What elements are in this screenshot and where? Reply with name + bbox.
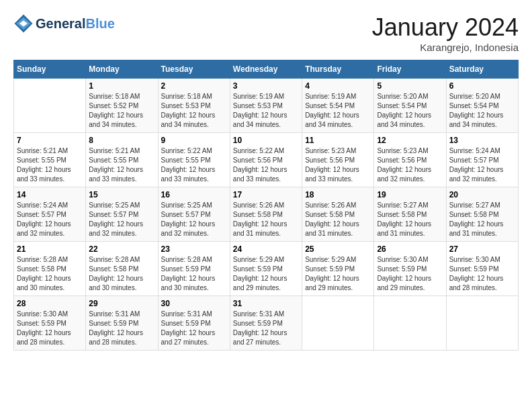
day-info: Sunrise: 5:30 AM Sunset: 5:59 PM Dayligh… [17,310,83,347]
weekday-header-monday: Monday [86,60,158,79]
day-cell: 15Sunrise: 5:25 AM Sunset: 5:57 PM Dayli… [86,187,158,242]
day-cell: 9Sunrise: 5:22 AM Sunset: 5:55 PM Daylig… [158,133,230,187]
weekday-header-row: SundayMondayTuesdayWednesdayThursdayFrid… [14,60,519,79]
weekday-header-saturday: Saturday [446,60,518,79]
day-cell: 13Sunrise: 5:24 AM Sunset: 5:57 PM Dayli… [446,133,518,187]
day-number: 4 [305,81,371,91]
day-cell: 21Sunrise: 5:28 AM Sunset: 5:58 PM Dayli… [14,242,86,296]
month-title: January 2024 [372,13,519,42]
day-cell: 6Sunrise: 5:20 AM Sunset: 5:54 PM Daylig… [446,79,518,133]
day-info: Sunrise: 5:25 AM Sunset: 5:57 PM Dayligh… [161,201,227,238]
day-info: Sunrise: 5:19 AM Sunset: 5:53 PM Dayligh… [233,92,299,130]
weekday-header-sunday: Sunday [14,60,86,79]
day-info: Sunrise: 5:25 AM Sunset: 5:57 PM Dayligh… [89,201,154,238]
day-cell: 17Sunrise: 5:26 AM Sunset: 5:58 PM Dayli… [230,187,302,242]
day-number: 22 [89,244,154,254]
day-info: Sunrise: 5:22 AM Sunset: 5:56 PM Dayligh… [233,146,299,184]
logo-text-block: GeneralBlue [36,16,115,31]
day-number: 28 [17,299,83,308]
day-number: 20 [449,190,515,199]
day-cell [14,79,86,133]
day-info: Sunrise: 5:24 AM Sunset: 5:57 PM Dayligh… [17,201,83,238]
day-cell [374,296,446,351]
day-cell: 3Sunrise: 5:19 AM Sunset: 5:53 PM Daylig… [230,79,302,133]
day-cell: 26Sunrise: 5:30 AM Sunset: 5:59 PM Dayli… [374,242,446,296]
day-number: 31 [233,299,299,308]
day-cell: 4Sunrise: 5:19 AM Sunset: 5:54 PM Daylig… [302,79,374,133]
day-number: 7 [17,136,83,145]
logo-icon [13,13,34,34]
day-number: 26 [377,244,443,254]
location: Karangrejo, Indonesia [372,42,519,53]
day-number: 30 [161,299,227,308]
day-number: 27 [449,244,515,254]
day-cell: 5Sunrise: 5:20 AM Sunset: 5:54 PM Daylig… [374,79,446,133]
day-number: 21 [17,244,83,254]
day-info: Sunrise: 5:20 AM Sunset: 5:54 PM Dayligh… [377,92,443,130]
day-number: 29 [89,299,154,308]
week-row-5: 28Sunrise: 5:30 AM Sunset: 5:59 PM Dayli… [14,296,519,351]
day-number: 12 [377,136,443,145]
day-info: Sunrise: 5:31 AM Sunset: 5:59 PM Dayligh… [161,310,227,347]
day-number: 19 [377,190,443,199]
week-row-2: 7Sunrise: 5:21 AM Sunset: 5:55 PM Daylig… [14,133,519,187]
weekday-header-tuesday: Tuesday [158,60,230,79]
day-cell: 25Sunrise: 5:29 AM Sunset: 5:59 PM Dayli… [302,242,374,296]
day-cell: 10Sunrise: 5:22 AM Sunset: 5:56 PM Dayli… [230,133,302,187]
day-cell [302,296,374,351]
day-info: Sunrise: 5:18 AM Sunset: 5:52 PM Dayligh… [89,92,154,130]
day-info: Sunrise: 5:29 AM Sunset: 5:59 PM Dayligh… [233,255,299,293]
day-info: Sunrise: 5:22 AM Sunset: 5:55 PM Dayligh… [161,146,227,184]
day-cell: 27Sunrise: 5:30 AM Sunset: 5:59 PM Dayli… [446,242,518,296]
day-number: 25 [305,244,371,254]
logo-general: General [36,16,85,31]
weekday-header-wednesday: Wednesday [230,60,302,79]
day-info: Sunrise: 5:21 AM Sunset: 5:55 PM Dayligh… [89,146,154,184]
day-info: Sunrise: 5:20 AM Sunset: 5:54 PM Dayligh… [449,92,515,130]
day-number: 8 [89,136,154,145]
day-cell: 12Sunrise: 5:23 AM Sunset: 5:56 PM Dayli… [374,133,446,187]
calendar-table: SundayMondayTuesdayWednesdayThursdayFrid… [13,60,519,351]
day-cell: 2Sunrise: 5:18 AM Sunset: 5:53 PM Daylig… [158,79,230,133]
day-info: Sunrise: 5:31 AM Sunset: 5:59 PM Dayligh… [233,310,299,347]
day-number: 6 [449,81,515,91]
weekday-header-thursday: Thursday [302,60,374,79]
day-number: 23 [161,244,227,254]
day-cell: 24Sunrise: 5:29 AM Sunset: 5:59 PM Dayli… [230,242,302,296]
day-number: 11 [305,136,371,145]
day-cell: 1Sunrise: 5:18 AM Sunset: 5:52 PM Daylig… [86,79,158,133]
day-info: Sunrise: 5:21 AM Sunset: 5:55 PM Dayligh… [17,146,83,184]
day-number: 15 [89,190,154,199]
day-info: Sunrise: 5:27 AM Sunset: 5:58 PM Dayligh… [377,201,443,238]
week-row-3: 14Sunrise: 5:24 AM Sunset: 5:57 PM Dayli… [14,187,519,242]
day-info: Sunrise: 5:28 AM Sunset: 5:58 PM Dayligh… [89,255,154,293]
day-info: Sunrise: 5:30 AM Sunset: 5:59 PM Dayligh… [377,255,443,293]
day-info: Sunrise: 5:28 AM Sunset: 5:59 PM Dayligh… [161,255,227,293]
day-cell: 31Sunrise: 5:31 AM Sunset: 5:59 PM Dayli… [230,296,302,351]
day-info: Sunrise: 5:31 AM Sunset: 5:59 PM Dayligh… [89,310,154,347]
day-info: Sunrise: 5:26 AM Sunset: 5:58 PM Dayligh… [305,201,371,238]
title-block: January 2024 Karangrejo, Indonesia [372,13,519,53]
logo-blue: Blue [85,16,114,31]
day-number: 17 [233,190,299,199]
day-cell: 18Sunrise: 5:26 AM Sunset: 5:58 PM Dayli… [302,187,374,242]
day-cell: 23Sunrise: 5:28 AM Sunset: 5:59 PM Dayli… [158,242,230,296]
day-cell: 19Sunrise: 5:27 AM Sunset: 5:58 PM Dayli… [374,187,446,242]
day-cell: 20Sunrise: 5:27 AM Sunset: 5:58 PM Dayli… [446,187,518,242]
day-number: 5 [377,81,443,91]
day-info: Sunrise: 5:18 AM Sunset: 5:53 PM Dayligh… [161,92,227,130]
day-number: 9 [161,136,227,145]
day-cell: 28Sunrise: 5:30 AM Sunset: 5:59 PM Dayli… [14,296,86,351]
day-number: 18 [305,190,371,199]
week-row-1: 1Sunrise: 5:18 AM Sunset: 5:52 PM Daylig… [14,79,519,133]
day-number: 2 [161,81,227,91]
weekday-header-friday: Friday [374,60,446,79]
logo: GeneralBlue [13,13,115,34]
day-number: 3 [233,81,299,91]
day-info: Sunrise: 5:29 AM Sunset: 5:59 PM Dayligh… [305,255,371,293]
day-cell: 30Sunrise: 5:31 AM Sunset: 5:59 PM Dayli… [158,296,230,351]
day-number: 13 [449,136,515,145]
day-info: Sunrise: 5:27 AM Sunset: 5:58 PM Dayligh… [449,201,515,238]
day-number: 1 [89,81,154,91]
day-info: Sunrise: 5:28 AM Sunset: 5:58 PM Dayligh… [17,255,83,293]
